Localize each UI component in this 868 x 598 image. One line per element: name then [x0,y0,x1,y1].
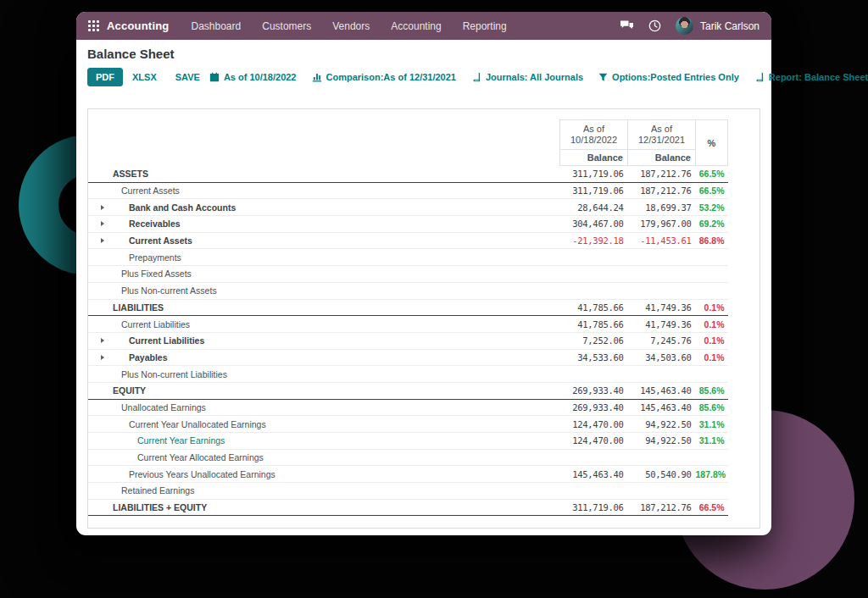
row-label-cell: LIABILITIES [88,299,560,316]
expand-caret-icon[interactable] [101,355,104,360]
balance-current: 34,533.60 [560,349,628,366]
balance-current: 311,719.06 [560,166,628,183]
variance-percent: 187.8% [696,466,728,483]
table-row: EQUITY269,933.40145,463.4085.6% [88,382,728,399]
messages-icon[interactable] [620,19,634,32]
date-filter-label: As of 10/18/2022 [224,72,297,82]
balance-current: 311,719.06 [560,499,628,516]
report-toolbar: PDF XLSX SAVE As of 10/18/2022 Compariso… [87,68,760,86]
report-card: As of 10/18/2022 As of 12/31/2021 % Bala… [87,108,760,529]
row-label: Current Assets [121,185,180,196]
balance-comparison: 187,212.76 [628,166,696,183]
row-label-cell: Payables [88,349,560,366]
user-avatar[interactable] [676,17,693,35]
report-filter[interactable]: Report: Balance Sheet [754,72,868,82]
bar-chart-icon [312,72,322,82]
column-header-current-line1: As of [562,124,626,135]
expand-caret-icon[interactable] [101,238,104,243]
table-row: Unallocated Earnings269,933.40145,463.40… [88,399,728,416]
expand-caret-icon[interactable] [101,338,104,343]
variance-percent [696,366,728,383]
expand-caret-icon[interactable] [101,221,104,226]
date-filter[interactable]: As of 10/18/2022 [209,72,297,82]
journals-filter[interactable]: Journals: All Journals [471,72,583,82]
variance-percent: 66.5% [696,499,728,516]
table-row[interactable]: Current Year Earnings124,470.0094,922.50… [88,433,728,450]
row-label-cell: Receivables [88,216,560,233]
row-label: Plus Non-current Liabilities [121,369,227,379]
report-icon [754,72,765,82]
variance-percent: 0.1% [696,332,728,349]
row-label: LIABILITIES + EQUITY [113,502,207,512]
activity-clock-icon[interactable] [648,19,661,32]
row-label-cell: Plus Fixed Assets [88,266,560,283]
calendar-icon [209,72,220,82]
filter-bar: As of 10/18/2022 Comparison:As of 12/31/… [209,72,868,82]
expand-caret-icon[interactable] [101,205,104,210]
balance-current: 41,785.66 [560,299,628,316]
table-row: Prepayments [88,249,728,266]
table-row[interactable]: Receivables304,467.00179,967.0069.2% [88,216,728,233]
row-label-cell: Current Year Earnings [88,433,560,450]
balance-current: 304,467.00 [560,216,628,233]
user-name[interactable]: Tarik Carlson [700,20,760,32]
row-label-cell: Current Assets [88,232,560,249]
column-header-comparison: As of 12/31/2021 [628,120,696,150]
table-row: ASSETS311,719.06187,212.7666.5% [88,166,728,183]
table-row[interactable]: Bank and Cash Accounts28,644.2418,699.37… [88,199,728,216]
nav-item-accounting[interactable]: Accounting [391,20,441,32]
balance-current [560,483,628,500]
table-row: Plus Non-current Liabilities [88,366,728,383]
pdf-button[interactable]: PDF [87,68,123,86]
balance-current: 41,785.66 [560,316,628,333]
save-button[interactable]: SAVE [166,68,209,86]
subheader-balance-current: Balance [560,150,628,166]
balance-current [560,249,628,266]
balance-current: 124,470.00 [560,416,628,433]
row-label: Plus Fixed Assets [121,269,192,279]
balance-comparison: 187,212.76 [628,499,696,516]
balance-comparison: 7,245.76 [628,332,696,349]
options-filter[interactable]: Options:Posted Entries Only [598,72,739,82]
table-row: Current Liabilities41,785.6641,749.360.1… [88,316,728,333]
balance-comparison: 187,212.76 [628,182,696,199]
table-row: Retained Earnings [88,483,728,500]
table-row[interactable]: Current Liabilities7,252.067,245.760.1% [88,332,728,349]
table-row[interactable]: Current Assets-21,392.18-11,453.6186.8% [88,232,728,249]
balance-current [560,266,628,283]
row-label: Previous Years Unallocated Earnings [129,469,275,479]
table-row: Plus Fixed Assets [88,266,728,283]
balance-current [560,366,628,383]
row-label: Unallocated Earnings [121,402,206,413]
balance-sheet-table: As of 10/18/2022 As of 12/31/2021 % Bala… [88,119,728,516]
row-label-cell: Previous Years Unallocated Earnings [88,466,560,483]
row-label: Retained Earnings [121,485,194,496]
row-label-cell: Current Liabilities [88,332,560,349]
nav-item-vendors[interactable]: Vendors [332,20,370,32]
row-label: Prepayments [129,252,181,263]
row-label-cell: Retained Earnings [88,483,560,500]
row-label: Current Liabilities [129,335,204,346]
account-link[interactable]: Current Year Earnings [137,435,225,446]
subheader-balance-comparison: Balance [628,150,696,166]
row-label: Current Assets [129,235,192,246]
nav-item-dashboard[interactable]: Dashboard [192,20,242,32]
app-name[interactable]: Accounting [107,19,170,32]
comparison-filter[interactable]: Comparison:As of 12/31/2021 [312,72,456,82]
balance-comparison: 41,749.36 [628,316,696,333]
variance-percent: 31.1% [696,416,728,433]
row-label-cell: Unallocated Earnings [88,399,560,416]
balance-comparison: -11,453.61 [628,232,696,249]
variance-percent [696,483,728,500]
apps-grid-icon[interactable] [88,20,99,31]
nav-item-customers[interactable]: Customers [262,20,311,32]
balance-current: 311,719.06 [560,182,628,199]
nav-item-reporting[interactable]: Reporting [463,20,507,32]
row-label: EQUITY [113,385,146,396]
table-row: Plus Non-current Assets [88,282,728,299]
page-title: Balance Sheet [87,47,771,61]
row-label-cell: Bank and Cash Accounts [88,199,560,216]
table-row[interactable]: Payables34,533.6034,503.600.1% [88,349,728,366]
xlsx-button[interactable]: XLSX [123,68,166,86]
funnel-icon [598,73,608,82]
